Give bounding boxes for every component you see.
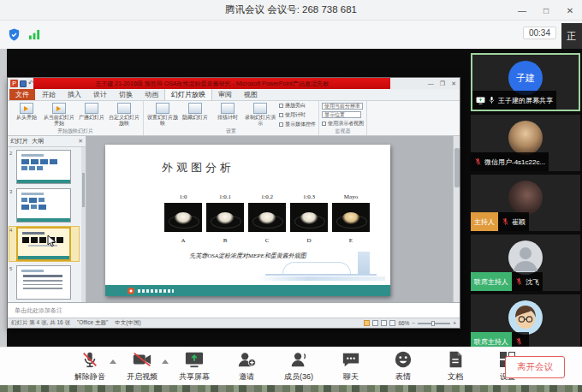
from-beginning-button[interactable]: 从头开始 xyxy=(11,103,42,128)
panel-tabs: 幻灯片 大纲 ✕ xyxy=(8,136,86,147)
panel-scrollbar[interactable] xyxy=(81,147,86,302)
slide-title: 外观图分析 xyxy=(162,160,235,175)
desktop-edge-sliver xyxy=(0,49,7,347)
slide-thumbnail[interactable]: 2 xyxy=(9,150,79,184)
workspace-scrollbar[interactable] xyxy=(453,136,460,302)
tab-home[interactable]: 开始 xyxy=(36,89,62,100)
thumbnail-current-slide[interactable] xyxy=(16,227,71,261)
thumbnail-diagram[interactable] xyxy=(16,188,71,223)
tab-slides-panel[interactable]: 幻灯片 xyxy=(10,137,28,146)
host-badge: 主持人 xyxy=(471,212,498,231)
sample-photo-b xyxy=(206,203,244,232)
tencent-meeting-window: 腾讯会议 会议号: 268 738 681 — □ ✕ 00:34 正 P ↶ xyxy=(0,0,582,392)
slideshow-view-button[interactable] xyxy=(389,320,395,326)
ppt-close-button[interactable]: ✕ xyxy=(451,80,456,87)
ppt-restore-button[interactable]: ❐ xyxy=(440,80,445,87)
tab-outline-panel[interactable]: 大纲 xyxy=(32,137,44,146)
maximize-button[interactable]: □ xyxy=(534,0,558,21)
slide-thumbnail-selected[interactable]: 4 xyxy=(9,227,79,261)
slide-sorter-view-button[interactable] xyxy=(372,320,378,326)
tab-file[interactable]: 文件 xyxy=(9,89,35,100)
thumbnail-table[interactable] xyxy=(16,265,71,300)
ribbon-group-start-slideshow: 从头开始 从当前幻灯片开始 广播幻灯片 自定义幻灯片放映 开始放映幻灯片 xyxy=(8,101,144,135)
camera-off-icon xyxy=(132,350,152,372)
participant-tile-cohost[interactable]: 联席主持人 沈飞 xyxy=(471,235,580,291)
reading-view-button[interactable] xyxy=(381,320,387,326)
slide-thumbnail[interactable]: 3 xyxy=(9,188,79,223)
show-on-dropdown[interactable]: 显示位置 xyxy=(322,111,364,118)
status-subbar: 00:34 正 xyxy=(0,21,582,49)
tab-view[interactable]: 视图 xyxy=(238,89,264,100)
presenter-view-checkbox[interactable]: 使用演示者视图 xyxy=(322,120,364,128)
custom-slideshow-button[interactable]: 自定义幻灯片放映 xyxy=(109,103,140,128)
ppt-minimize-button[interactable]: — xyxy=(428,80,434,86)
participant-tile[interactable]: 微信用户-4s1c22c... xyxy=(471,115,580,171)
close-button[interactable]: ✕ xyxy=(558,0,582,21)
ppt-body: 幻灯片 大纲 ✕ 2 xyxy=(8,136,460,302)
emoji-button[interactable]: 表情 xyxy=(383,352,423,383)
save-icon[interactable] xyxy=(20,80,27,87)
participant-tile-host[interactable]: 主持人 崔颖 xyxy=(471,175,580,231)
share-screen-button[interactable]: 共享屏幕 xyxy=(175,352,214,383)
tab-slideshow[interactable]: 幻灯片放映 xyxy=(164,88,212,100)
mic-options-caret[interactable] xyxy=(110,359,116,364)
ribbon-tab-bar: 文件 开始 插入 设计 切换 动画 幻灯片放映 审阅 视图 xyxy=(8,89,460,101)
rehearse-timings-button[interactable]: 排练计时 xyxy=(212,103,243,128)
sample-photo-d xyxy=(290,203,328,232)
participant-tile-sharer[interactable]: 子建 王子建的屏幕共享 xyxy=(471,53,580,111)
video-options-caret[interactable] xyxy=(162,359,169,364)
members-button[interactable]: 成员(36) xyxy=(279,352,318,383)
tab-design[interactable]: 设计 xyxy=(87,89,113,100)
notes-pane[interactable]: 单击此处添加备注 xyxy=(8,302,460,318)
hide-slide-icon xyxy=(188,103,202,114)
powerpoint-window[interactable]: P ↶ ↷ 王子建 21-2016级 预答辩 OSA改性淀粉蛋黄酱研究 - Mi… xyxy=(7,77,460,329)
minimize-button[interactable]: — xyxy=(510,0,534,21)
unmute-button[interactable]: 解除静音 xyxy=(70,352,110,383)
slide-thumbnail[interactable]: 5 xyxy=(9,265,79,300)
docs-button[interactable]: 文档 xyxy=(436,352,475,383)
setup-slideshow-button[interactable]: 设置幻灯片放映 xyxy=(147,103,178,128)
setup-checkboxes: 播放旁白 使用计时 显示媒体控件 xyxy=(279,103,316,128)
start-video-button[interactable]: 开启视频 xyxy=(122,352,162,383)
participants-sidebar: 子建 王子建的屏幕共享 xyxy=(469,49,582,347)
avatar-default xyxy=(508,241,543,275)
titlebar[interactable]: 腾讯会议 会议号: 268 738 681 — □ ✕ xyxy=(0,0,582,21)
tab-animations[interactable]: 动画 xyxy=(139,89,164,100)
tab-insert[interactable]: 插入 xyxy=(62,89,87,100)
tab-transitions[interactable]: 切换 xyxy=(113,89,139,100)
sample-photo-e xyxy=(332,203,370,232)
zoom-slider[interactable] xyxy=(418,323,450,324)
resolution-dropdown[interactable]: 使用当前分辨率 xyxy=(322,103,364,110)
panel-close-icon[interactable]: ✕ xyxy=(78,138,83,145)
play-narrations-checkbox[interactable]: 播放旁白 xyxy=(279,102,316,110)
use-timings-checkbox[interactable]: 使用计时 xyxy=(279,111,316,119)
mic-muted-icon xyxy=(502,214,509,229)
broadcast-slideshow-button[interactable]: 广播幻灯片 xyxy=(76,103,107,128)
security-shield-icon[interactable] xyxy=(7,27,21,42)
normal-view-button[interactable] xyxy=(364,320,370,326)
broadcast-icon xyxy=(85,103,98,114)
leave-meeting-button[interactable]: 离开会议 xyxy=(505,356,565,378)
chat-button[interactable]: 聊天 xyxy=(331,352,371,383)
tab-review[interactable]: 审阅 xyxy=(212,89,238,100)
hide-slide-button[interactable]: 隐藏幻灯片 xyxy=(180,103,211,128)
play-current-icon xyxy=(52,103,66,114)
members-icon xyxy=(288,350,309,372)
network-signal-icon[interactable] xyxy=(28,29,41,40)
record-slideshow-button[interactable]: 录制幻灯片演示 xyxy=(245,103,276,128)
zoom-in-button[interactable]: + xyxy=(453,320,456,326)
thumbnail-flowchart[interactable] xyxy=(16,150,71,184)
meeting-timer: 00:34 xyxy=(523,27,556,39)
group-label: 监视器 xyxy=(319,128,366,135)
mic-muted-icon xyxy=(515,274,523,289)
participant-name: 沈飞 xyxy=(526,277,539,287)
meeting-title: 腾讯会议 会议号: 268 738 681 xyxy=(0,3,582,16)
zoom-out-button[interactable]: − xyxy=(412,320,415,326)
slide-footer-bar xyxy=(105,285,390,296)
mic-muted-icon xyxy=(80,350,99,372)
participant-tile-clipped[interactable]: 联席主持人 xyxy=(471,294,580,347)
invite-button[interactable]: 邀请 xyxy=(227,352,266,383)
recording-indicator-clipped[interactable]: 正 xyxy=(561,23,582,50)
group-label: 设置 xyxy=(144,128,318,135)
from-current-slide-button[interactable]: 从当前幻灯片开始 xyxy=(44,103,74,128)
